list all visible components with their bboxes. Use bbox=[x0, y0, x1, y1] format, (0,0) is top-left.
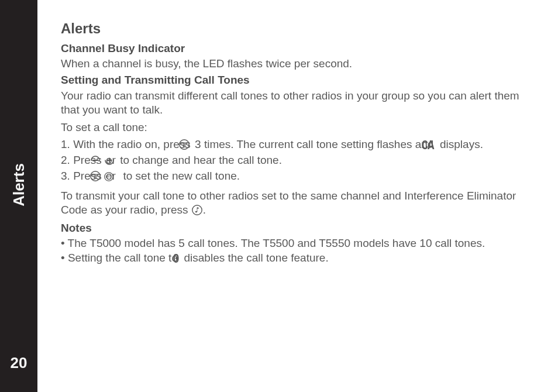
note-text: Setting the call tone to bbox=[68, 252, 181, 264]
step-number: 3. bbox=[61, 170, 73, 182]
step-item: 2. Press or to change and hear the call … bbox=[61, 153, 529, 169]
bullet: • bbox=[61, 237, 68, 249]
step-text: to change and hear the call tone. bbox=[120, 154, 282, 166]
step-item: 3. Press MENUor PTT to set the new call … bbox=[61, 169, 529, 185]
section-body-busy: When a channel is busy, the LED flashes … bbox=[61, 57, 529, 71]
svg-text:MENU: MENU bbox=[181, 142, 188, 145]
step-number: 2. bbox=[61, 154, 73, 166]
svg-rect-8 bbox=[94, 177, 97, 178]
svg-rect-2 bbox=[183, 145, 185, 147]
note-item: • Setting the call tone to 0 disables th… bbox=[61, 251, 529, 266]
note-item: • The T5000 model has 5 call tones. The … bbox=[61, 236, 529, 250]
svg-point-12 bbox=[195, 211, 197, 213]
page-root: Alerts 20 Alerts Channel Busy Indicator … bbox=[0, 0, 558, 392]
transmit-paragraph: To transmit your call tone to other radi… bbox=[61, 189, 529, 219]
step-text: 3 times. The current call tone setting f… bbox=[195, 138, 437, 150]
step-text: With the radio on, press bbox=[73, 138, 194, 150]
note-text: disables the call tone feature. bbox=[181, 252, 328, 264]
notes-list: • The T5000 model has 5 call tones. The … bbox=[61, 236, 529, 266]
step-number: 1. bbox=[61, 138, 73, 150]
sidebar: Alerts 20 bbox=[0, 0, 37, 392]
note-text: The T5000 model has 5 call tones. The T5… bbox=[68, 237, 485, 249]
section-title-tones: Setting and Transmitting Call Tones bbox=[61, 73, 529, 87]
transmit-text: To transmit your call tone to other radi… bbox=[61, 190, 516, 216]
section-lead-tones: To set a call tone: bbox=[61, 121, 529, 135]
bullet: • bbox=[61, 252, 68, 264]
page-number: 20 bbox=[0, 354, 37, 372]
step-text: to set the new call tone. bbox=[120, 170, 240, 182]
content-area: Alerts Channel Busy Indicator When a cha… bbox=[61, 20, 529, 269]
svg-text:PTT: PTT bbox=[106, 176, 112, 179]
transmit-text: . bbox=[203, 204, 206, 216]
step-item: 1. With the radio on, press MENU3 times.… bbox=[61, 137, 529, 153]
section-title-notes: Notes bbox=[61, 221, 529, 235]
section-title-busy: Channel Busy Indicator bbox=[61, 42, 529, 56]
sidebar-tab-label: Alerts bbox=[0, 173, 60, 197]
page-title: Alerts bbox=[61, 20, 529, 38]
tone-note-icon bbox=[192, 205, 202, 219]
svg-text:MENU: MENU bbox=[92, 173, 99, 176]
steps-list: 1. With the radio on, press MENU3 times.… bbox=[61, 137, 529, 185]
step-text: displays. bbox=[437, 138, 483, 150]
section-intro-tones: Your radio can transmit different call t… bbox=[61, 89, 529, 118]
